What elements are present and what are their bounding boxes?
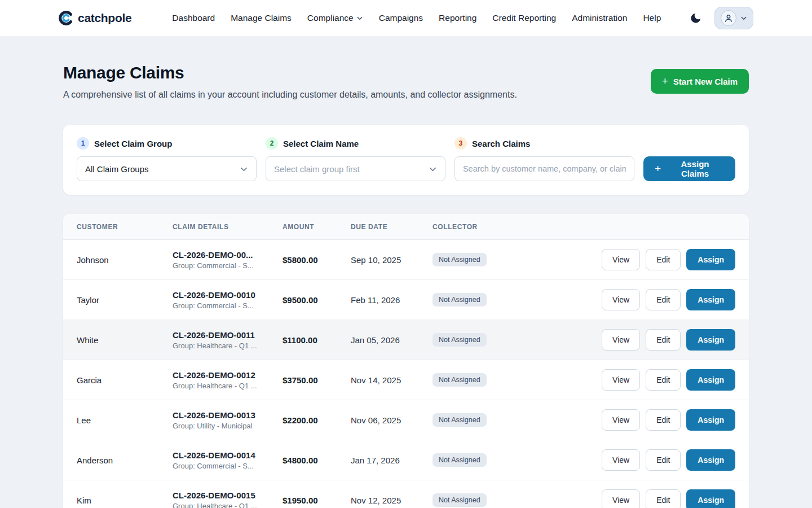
view-button[interactable]: View <box>602 489 640 508</box>
chevron-down-icon <box>740 15 747 21</box>
nav-item-manage-claims[interactable]: Manage Claims <box>231 13 292 23</box>
col-header-amount: AMOUNT <box>283 223 351 231</box>
step-number-badge: 1 <box>77 137 89 150</box>
customer-name: Garcia <box>77 375 173 385</box>
nav-item-reporting[interactable]: Reporting <box>439 13 476 23</box>
col-header-claim-details: CLAIM DETAILS <box>173 223 283 231</box>
claim-details-cell: CL-2026-DEMO-0012 Group: Healthcare - Q1… <box>173 370 283 390</box>
step-label: 1 Select Claim Group <box>77 137 257 150</box>
view-button[interactable]: View <box>602 409 640 431</box>
row-actions: View Edit Assign <box>602 329 735 351</box>
edit-button[interactable]: Edit <box>646 409 681 431</box>
customer-name: Lee <box>77 415 173 425</box>
view-button[interactable]: View <box>602 449 640 471</box>
table-row: Kim CL-2026-DEMO-0015 Group: Healthcare … <box>63 480 749 508</box>
claim-id: CL-2026-DEMO-0014 <box>173 450 283 460</box>
claim-details-cell: CL-2026-DEMO-00... Group: Commercial - S… <box>173 250 283 270</box>
avatar <box>721 10 736 26</box>
assign-button[interactable]: Assign <box>686 409 735 431</box>
claim-group-select-value: All Claim Groups <box>85 164 149 174</box>
dark-mode-toggle[interactable] <box>686 8 705 28</box>
assign-button[interactable]: Assign <box>686 249 735 270</box>
assign-button[interactable]: Assign <box>686 329 735 351</box>
edit-button[interactable]: Edit <box>646 329 681 351</box>
claim-details-cell: CL-2026-DEMO-0015 Group: Healthcare - Q1… <box>173 491 283 508</box>
col-header-due-date: DUE DATE <box>351 223 433 231</box>
collector-cell: Not Assigned <box>433 453 602 467</box>
nav-item-compliance[interactable]: Compliance <box>307 13 363 23</box>
top-navbar: catchpole Dashboard Manage Claims Compli… <box>0 0 812 36</box>
claim-name-select-value: Select claim group first <box>274 164 360 174</box>
search-claims-input[interactable] <box>454 156 634 181</box>
due-date: Sep 10, 2025 <box>351 255 433 265</box>
assign-claims-button[interactable]: + Assign Claims <box>643 156 735 181</box>
nav-item-dashboard[interactable]: Dashboard <box>172 13 215 23</box>
col-header-collector: COLLECTOR <box>433 223 735 231</box>
not-assigned-badge: Not Assigned <box>433 373 487 387</box>
collector-cell: Not Assigned <box>433 293 602 306</box>
filter-step-claim-name: 2 Select Claim Name Select claim group f… <box>266 137 445 181</box>
edit-button[interactable]: Edit <box>646 289 681 310</box>
assign-button[interactable]: Assign <box>686 369 735 391</box>
assign-button[interactable]: Assign <box>686 289 735 310</box>
assign-button[interactable]: Assign <box>686 489 735 508</box>
step-label: 3 Search Claims <box>454 137 634 150</box>
table-row: Johnson CL-2026-DEMO-00... Group: Commer… <box>63 240 749 280</box>
claim-group: Group: Utility - Municipal <box>173 422 283 430</box>
step-number-badge: 3 <box>454 137 467 150</box>
due-date: Nov 14, 2025 <box>351 375 433 385</box>
brand-logo[interactable]: catchpole <box>59 11 131 25</box>
table-row: Lee CL-2026-DEMO-0013 Group: Utility - M… <box>63 400 749 440</box>
claim-details-cell: CL-2026-DEMO-0011 Group: Healthcare - Q1… <box>173 330 283 350</box>
view-button[interactable]: View <box>602 289 640 310</box>
table-row: Taylor CL-2026-DEMO-0010 Group: Commerci… <box>63 280 749 320</box>
nav-item-compliance-label: Compliance <box>307 13 354 23</box>
nav-item-campaigns[interactable]: Campaigns <box>379 13 423 23</box>
edit-button[interactable]: Edit <box>646 449 681 471</box>
assign-button[interactable]: Assign <box>686 449 735 471</box>
claim-amount: $5800.00 <box>283 255 351 265</box>
catchpole-logo-icon <box>59 11 73 25</box>
main-nav: Dashboard Manage Claims Compliance Campa… <box>172 13 661 23</box>
step-title: Select Claim Group <box>94 139 172 148</box>
user-menu[interactable] <box>714 7 753 29</box>
page-title: Manage Claims <box>63 63 517 82</box>
edit-button[interactable]: Edit <box>646 369 681 391</box>
not-assigned-badge: Not Assigned <box>433 453 487 467</box>
claim-id: CL-2026-DEMO-0012 <box>173 370 283 380</box>
nav-item-administration[interactable]: Administration <box>572 13 627 23</box>
claim-id: CL-2026-DEMO-00... <box>173 250 283 260</box>
row-actions: View Edit Assign <box>602 369 735 391</box>
due-date: Feb 11, 2026 <box>351 295 433 305</box>
due-date: Nov 12, 2025 <box>351 496 433 505</box>
claim-group-select[interactable]: All Claim Groups <box>77 156 257 181</box>
row-actions: View Edit Assign <box>602 449 735 471</box>
claim-amount: $2200.00 <box>283 415 351 425</box>
claim-amount: $1100.00 <box>283 335 351 345</box>
view-button[interactable]: View <box>602 329 640 351</box>
claim-name-select[interactable]: Select claim group first <box>266 156 445 181</box>
customer-name: Kim <box>77 496 173 505</box>
collector-cell: Not Assigned <box>433 333 602 347</box>
claims-filter-panel: 1 Select Claim Group All Claim Groups 2 … <box>63 125 749 195</box>
edit-button[interactable]: Edit <box>646 489 681 508</box>
claim-group: Group: Healthcare - Q1 ... <box>173 502 283 508</box>
claims-table: CUSTOMER CLAIM DETAILS AMOUNT DUE DATE C… <box>63 214 749 508</box>
claim-amount: $1950.00 <box>283 496 351 505</box>
claim-group: Group: Commercial - S... <box>173 301 283 310</box>
claim-group: Group: Healthcare - Q1 ... <box>173 341 283 350</box>
edit-button[interactable]: Edit <box>646 249 681 270</box>
nav-item-credit-reporting[interactable]: Credit Reporting <box>492 13 556 23</box>
collector-cell: Not Assigned <box>433 493 602 507</box>
claim-amount: $9500.00 <box>283 295 351 305</box>
collector-cell: Not Assigned <box>433 253 602 266</box>
step-number-badge: 2 <box>266 137 278 150</box>
view-button[interactable]: View <box>602 249 640 270</box>
moon-icon <box>690 12 702 24</box>
view-button[interactable]: View <box>602 369 640 391</box>
due-date: Jan 17, 2026 <box>351 456 433 465</box>
nav-item-help[interactable]: Help <box>643 13 661 23</box>
start-new-claim-button[interactable]: + Start New Claim <box>651 69 749 94</box>
not-assigned-badge: Not Assigned <box>433 493 487 507</box>
step-title: Search Claims <box>472 139 530 148</box>
